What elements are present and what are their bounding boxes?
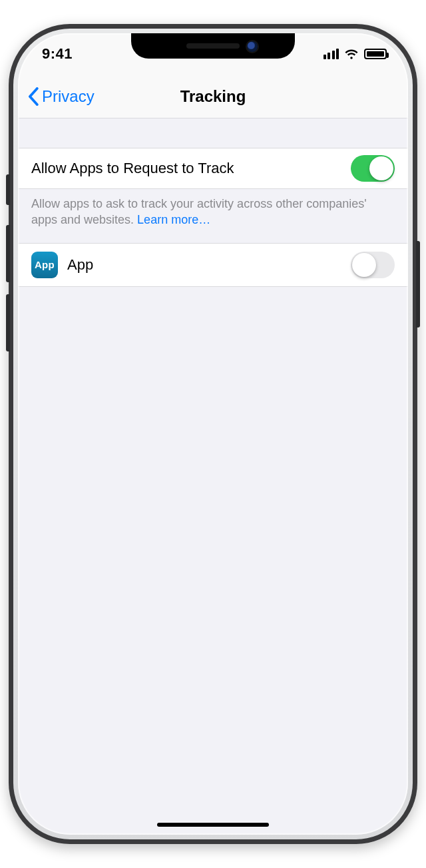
allow-tracking-label: Allow Apps to Request to Track — [31, 160, 234, 177]
app-name-label: App — [67, 256, 93, 274]
back-label: Privacy — [42, 87, 95, 106]
volume-down-button — [6, 294, 10, 351]
power-button — [416, 241, 420, 327]
cellular-signal-icon — [323, 49, 339, 59]
learn-more-link[interactable]: Learn more… — [137, 213, 210, 226]
screen: 9:41 — [18, 33, 408, 835]
settings-content: Allow Apps to Request to Track Allow app… — [18, 118, 408, 287]
status-time: 9:41 — [42, 45, 73, 63]
chevron-left-icon — [27, 87, 39, 106]
volume-up-button — [6, 225, 10, 282]
home-indicator[interactable] — [157, 823, 269, 827]
wifi-icon — [344, 47, 359, 61]
allow-tracking-toggle[interactable] — [351, 155, 395, 182]
section-spacer — [18, 118, 408, 148]
mute-switch — [6, 174, 10, 205]
app-icon: App — [31, 252, 58, 278]
back-button[interactable]: Privacy — [27, 87, 95, 106]
app-tracking-row: App App — [18, 243, 408, 287]
earpiece-speaker — [186, 43, 240, 49]
iphone-device-frame: 9:41 — [9, 24, 417, 844]
navigation-bar: Privacy Tracking — [18, 75, 408, 118]
status-indicators — [323, 47, 387, 61]
allow-tracking-footer: Allow apps to ask to track your activity… — [18, 189, 408, 243]
front-camera — [247, 41, 258, 52]
notch — [131, 33, 295, 59]
toggle-knob — [369, 156, 393, 180]
allow-tracking-row: Allow Apps to Request to Track — [18, 148, 408, 189]
toggle-knob — [352, 253, 376, 277]
page-title: Tracking — [180, 87, 246, 106]
app-tracking-toggle[interactable] — [351, 252, 395, 278]
battery-icon — [364, 49, 387, 59]
